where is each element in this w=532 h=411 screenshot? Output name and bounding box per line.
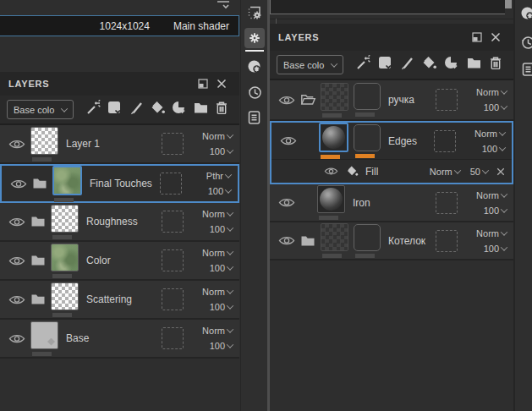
visibility-eye-icon[interactable] — [278, 95, 295, 106]
layer-row-final-touches[interactable]: Final Touches Pthr 100 — [2, 166, 238, 201]
opacity-select[interactable]: 100 — [210, 146, 233, 156]
blend-mode-select[interactable]: Norm — [202, 131, 233, 141]
add-effect-wand-icon[interactable] — [355, 55, 371, 74]
opacity-select[interactable]: 100 — [210, 341, 233, 351]
opacity-select[interactable]: 100 — [482, 144, 505, 154]
layer-thumbnail[interactable] — [30, 127, 58, 155]
list-filter-icon[interactable] — [216, 0, 231, 14]
opacity-select[interactable]: 100 — [484, 206, 507, 216]
float-window-icon[interactable] — [468, 28, 486, 47]
layer-thumbnail[interactable] — [52, 166, 82, 195]
scrollbar-handle[interactable] — [505, 0, 512, 8]
layer-thumbnail[interactable] — [51, 244, 79, 271]
history-icon[interactable] — [518, 32, 532, 52]
delete-trash-icon[interactable] — [488, 55, 503, 74]
add-fill-layer-icon[interactable] — [107, 100, 123, 119]
shader-settings-icon[interactable] — [244, 57, 265, 77]
float-window-icon[interactable] — [194, 74, 212, 93]
add-paint-layer-brush-icon[interactable] — [399, 55, 415, 74]
blend-mode-select[interactable]: Norm — [476, 87, 507, 97]
visibility-eye-icon[interactable] — [324, 167, 341, 176]
mask-drop-target[interactable] — [434, 130, 456, 152]
group-thumbnail[interactable] — [321, 223, 348, 251]
channel-filter-dropdown[interactable]: Base colo — [7, 100, 74, 119]
layer-row-iron[interactable]: Iron Norm 100 — [270, 184, 513, 222]
paint-bucket-icon[interactable] — [150, 100, 166, 119]
mask-drop-target[interactable] — [162, 327, 184, 349]
blend-mode-select[interactable]: Norm — [202, 326, 233, 336]
add-smart-material-icon[interactable] — [443, 55, 460, 74]
remove-effect-icon[interactable] — [496, 167, 505, 176]
layer-row-layer1[interactable]: Layer 1 Norm 100 — [0, 125, 239, 164]
close-icon[interactable] — [212, 74, 231, 93]
visibility-eye-icon[interactable] — [8, 333, 25, 344]
visibility-eye-icon[interactable] — [280, 135, 297, 146]
layer-row-ruchka[interactable]: ручка Norm 100 — [270, 80, 513, 121]
layer-thumbnail[interactable] — [319, 123, 348, 152]
group-thumbnail[interactable] — [321, 83, 348, 111]
history-icon[interactable] — [244, 82, 265, 102]
add-group-folder-icon[interactable] — [466, 56, 482, 74]
delete-trash-icon[interactable] — [214, 100, 229, 119]
layer-row-scattering[interactable]: Scattering Norm 100 — [0, 281, 239, 320]
add-fill-layer-icon[interactable] — [377, 55, 393, 74]
opacity-select[interactable]: 100 — [484, 102, 507, 112]
mask-drop-target[interactable] — [436, 192, 458, 214]
visibility-eye-icon[interactable] — [278, 197, 295, 208]
opacity-select[interactable]: 100 — [484, 244, 507, 254]
blend-mode-select[interactable]: Norm — [202, 209, 233, 219]
main-shader-button[interactable]: Main shader — [173, 20, 229, 32]
visibility-eye-icon[interactable] — [8, 294, 25, 305]
layer-row-edges[interactable]: Edges Norm 100 — [271, 123, 512, 160]
opacity-select[interactable]: 100 — [210, 224, 233, 234]
mask-drop-target[interactable] — [162, 211, 184, 233]
mask-drop-target[interactable] — [160, 173, 182, 195]
textureset-settings-icon[interactable] — [244, 3, 265, 23]
blend-mode-select[interactable]: Norm — [476, 228, 507, 238]
mask-thumbnail[interactable] — [354, 83, 381, 110]
mask-drop-target[interactable] — [436, 89, 458, 111]
mask-drop-target[interactable] — [162, 249, 184, 271]
blend-mode-select[interactable]: Norm — [202, 248, 233, 258]
channel-filter-dropdown[interactable]: Base colo — [277, 55, 343, 74]
opacity-select[interactable]: 100 — [210, 263, 233, 273]
shader-settings-icon[interactable] — [518, 3, 532, 24]
add-paint-layer-brush-icon[interactable] — [129, 100, 145, 119]
layer-row-base[interactable]: Base Norm 100 — [0, 320, 239, 359]
mask-drop-target[interactable] — [162, 133, 184, 155]
opacity-select[interactable]: 100 — [210, 302, 233, 312]
add-group-folder-icon[interactable] — [193, 101, 209, 118]
display-settings-icon[interactable] — [244, 28, 265, 48]
log-icon[interactable] — [244, 107, 265, 128]
blend-mode-select[interactable]: Norm — [202, 287, 233, 297]
add-effect-wand-icon[interactable] — [85, 100, 101, 119]
paint-bucket-icon[interactable] — [421, 55, 437, 74]
mask-thumbnail[interactable] — [354, 124, 381, 151]
log-icon[interactable] — [518, 59, 532, 79]
layer-thumbnail[interactable] — [317, 185, 345, 213]
layer-row-kotelok[interactable]: Котелок Norm 100 — [270, 222, 513, 260]
visibility-eye-icon[interactable] — [8, 255, 25, 266]
blend-mode-select[interactable]: Norm — [474, 129, 505, 139]
add-smart-material-icon[interactable] — [171, 100, 188, 119]
layer-row-roughness[interactable]: Roughness Norm 100 — [0, 203, 239, 242]
visibility-eye-icon[interactable] — [8, 139, 25, 150]
layer-thumbnail[interactable] — [51, 282, 79, 310]
visibility-eye-icon[interactable] — [278, 235, 295, 246]
layer-thumbnail[interactable] — [30, 321, 58, 349]
layer-row-color[interactable]: Color Norm 100 — [0, 242, 239, 281]
effect-row-fill[interactable]: Fill Norm 50 — [271, 160, 512, 183]
visibility-eye-icon[interactable] — [8, 216, 25, 227]
close-icon[interactable] — [486, 28, 505, 47]
mask-drop-target[interactable] — [162, 288, 184, 310]
blend-mode-select[interactable]: Pthr — [206, 171, 231, 181]
opacity-select[interactable]: 100 — [208, 186, 231, 196]
mask-drop-target[interactable] — [436, 230, 458, 252]
blend-mode-select[interactable]: Norm — [476, 190, 507, 200]
visibility-eye-icon[interactable] — [10, 178, 27, 189]
opacity-select[interactable]: 50 — [470, 167, 488, 177]
layer-thumbnail[interactable] — [51, 205, 79, 233]
textureset-bar[interactable]: 1024x1024 Main shader — [0, 15, 239, 36]
mask-thumbnail[interactable] — [354, 224, 381, 251]
blend-mode-select[interactable]: Norm — [430, 167, 460, 177]
